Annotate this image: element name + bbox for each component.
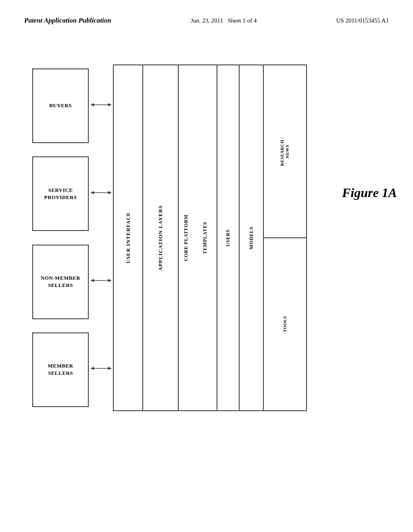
models-label: MODELS — [248, 227, 254, 249]
entity-buyers: BUYERS — [32, 69, 89, 143]
core-sub-users: USERS — [217, 64, 240, 411]
publication-number: US 2011/0153455 A1 — [336, 16, 389, 25]
header: Patent Application Publication Jun. 23, … — [24, 16, 389, 25]
svg-marker-11 — [108, 367, 111, 370]
svg-marker-8 — [108, 279, 111, 282]
bidirectional-arrow-non-member-sellers — [90, 277, 112, 286]
tools-label: TOOLS — [282, 316, 288, 332]
arrow-non-member-sellers — [89, 245, 113, 319]
svg-marker-2 — [108, 103, 111, 106]
arrow-member-sellers — [89, 332, 113, 407]
layers-container: USER INTERFACE APPLICATION LAYERS CORE P… — [113, 64, 307, 411]
bidirectional-arrow-buyers — [90, 102, 112, 110]
svg-marker-1 — [91, 103, 94, 106]
svg-marker-5 — [108, 191, 111, 194]
svg-marker-7 — [91, 279, 94, 282]
tools-section: TOOLS — [264, 238, 306, 410]
application-layers-label: APPLICATION LAYERS — [157, 205, 164, 271]
svg-marker-10 — [91, 367, 94, 370]
page: Patent Application Publication Jun. 23, … — [0, 0, 413, 532]
core-inner: CORE PLATFORM TEMPLATES USERS MODELS — [178, 64, 307, 411]
bidirectional-arrow-service-providers — [90, 189, 112, 198]
templates-label: TEMPLATES — [202, 222, 208, 254]
arrow-service-providers — [89, 156, 113, 231]
core-platform-label-col: CORE PLATFORM — [178, 64, 193, 411]
publication-date: Jun. 23, 2011 Sheet 1 of 4 — [191, 16, 257, 25]
diagram: BUYERS SERVICEPROVIDERS NON-MEMBERSELLER… — [32, 64, 323, 427]
core-sub-research-tools: RESEARCH /NEWS TOOLS — [264, 64, 307, 411]
figure-label: Figure 1A — [342, 185, 397, 200]
entity-member-sellers: MEMBERSELLERS — [32, 332, 89, 407]
arrow-area — [89, 64, 113, 411]
layer-user-interface: USER INTERFACE — [113, 64, 143, 411]
arrow-buyers — [89, 69, 113, 143]
layer-application-layers: APPLICATION LAYERS — [142, 64, 179, 411]
entity-service-providers: SERVICEPROVIDERS — [32, 156, 89, 231]
core-platform-label: CORE PLATFORM — [183, 214, 189, 261]
users-label: USERS — [225, 229, 231, 247]
entity-non-member-sellers: NON-MEMBERSELLERS — [32, 245, 89, 319]
publication-title: Patent Application Publication — [24, 16, 111, 25]
research-news-section: RESEARCH /NEWS — [264, 65, 306, 238]
core-sub-templates: TEMPLATES — [193, 64, 217, 411]
bidirectional-arrow-member-sellers — [90, 365, 112, 374]
core-sub-models: MODELS — [240, 64, 264, 411]
svg-marker-4 — [91, 191, 94, 194]
research-news-label: RESEARCH /NEWS — [280, 137, 290, 166]
user-interface-label: USER INTERFACE — [125, 212, 131, 264]
